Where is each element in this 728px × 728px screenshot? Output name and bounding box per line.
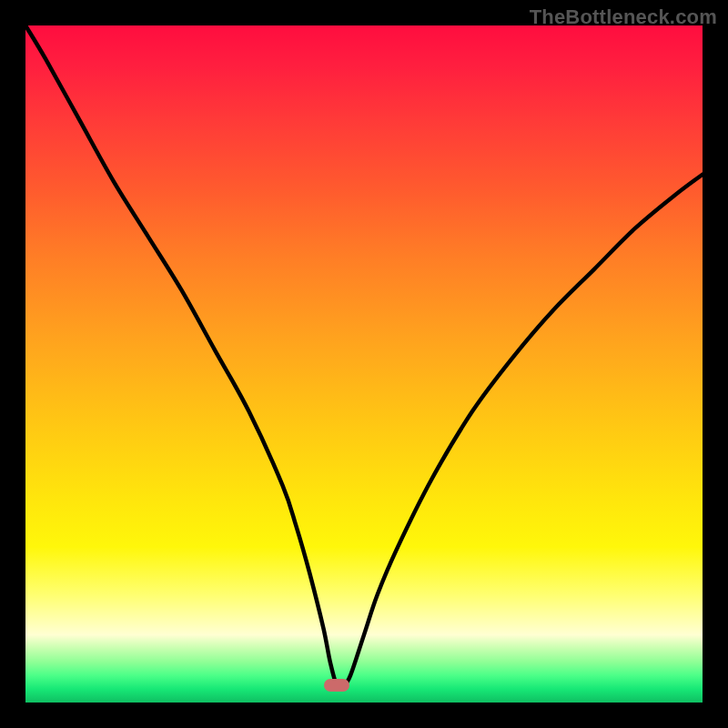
bottleneck-marker	[324, 679, 349, 692]
bottleneck-curve	[25, 25, 703, 703]
plot-area	[25, 25, 703, 703]
curve-path	[25, 25, 703, 688]
chart-frame: TheBottleneck.com	[0, 0, 728, 728]
